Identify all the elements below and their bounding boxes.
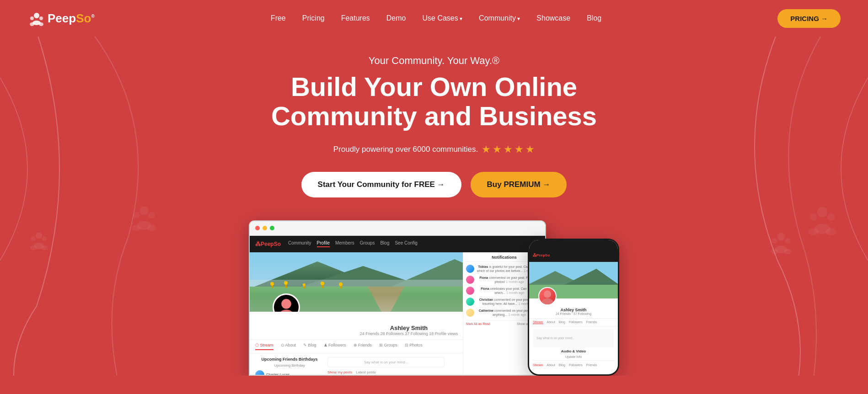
mobile-tab-about[interactable]: About — [547, 320, 555, 324]
nav-item-use-cases[interactable]: Use Cases — [423, 14, 463, 22]
mobile-nav-about[interactable]: About — [547, 363, 555, 367]
mobile-cover-image — [529, 262, 618, 298]
logo-icon — [27, 9, 46, 27]
app-nav-profile: Profile — [317, 240, 330, 247]
nav-item-features[interactable]: Features — [341, 14, 370, 22]
notif-avatar-2 — [466, 276, 474, 284]
nav-item-demo[interactable]: Demo — [386, 14, 406, 22]
svg-point-39 — [284, 281, 288, 285]
nav-item-blog[interactable]: Blog — [587, 14, 601, 22]
star-1: ★ — [482, 144, 491, 155]
svg-point-54 — [544, 290, 551, 298]
app-nav-members: Members — [335, 240, 354, 247]
svg-marker-46 — [368, 287, 404, 312]
nav-item-community[interactable]: Community — [479, 14, 520, 22]
mobile-post-box[interactable]: Say what is on your mind... — [533, 329, 614, 347]
pricing-cta-button[interactable]: PRICING → — [777, 9, 841, 28]
tab-photos[interactable]: ⊟ Photos — [405, 343, 423, 350]
tab-my-posts[interactable]: Show my posts — [327, 370, 352, 376]
mobile-logo: ⁂PeepSo — [533, 253, 550, 257]
svg-point-55 — [541, 298, 553, 305]
nav-free-link[interactable]: Free — [271, 14, 286, 22]
tab-followers[interactable]: ♟ Followers — [324, 343, 346, 350]
app-nav-links: Community Profile Members Groups Blog Se… — [288, 240, 418, 247]
minimize-dot — [263, 226, 267, 230]
svg-point-37 — [270, 282, 274, 286]
star-4: ★ — [514, 144, 524, 155]
notif-avatar-1 — [466, 265, 474, 273]
app-nav-blog: Blog — [380, 240, 389, 247]
birthdays-title: Upcoming Friends Birthdays — [255, 357, 324, 362]
mobile-tab-blog[interactable]: Blog — [559, 320, 565, 324]
mobile-avatar-img — [539, 287, 556, 305]
mobile-profile-name: Ashley Smith — [533, 308, 614, 312]
svg-point-45 — [339, 282, 343, 286]
mockup-container: ⁂PeepSo Community Profile Members Groups… — [9, 220, 859, 376]
svg-point-41 — [303, 283, 305, 286]
nav-use-cases-link[interactable]: Use Cases — [423, 14, 463, 22]
stars-container: ★ ★ ★ ★ ★ — [482, 144, 535, 155]
tab-stream[interactable]: ⬡ Stream — [255, 343, 273, 350]
hero-buttons: Start Your Community for FREE → Buy PREM… — [9, 172, 859, 197]
avatar-image — [274, 293, 299, 312]
nav-pricing-link[interactable]: Pricing — [302, 14, 325, 22]
mobile-nav-stream[interactable]: Stream — [533, 363, 543, 367]
hero-section: Your Community. Your Way.® Build Your Ow… — [0, 37, 868, 376]
mobile-mockup: ⁂PeepSo — [528, 239, 619, 376]
logo[interactable]: PeepSo® — [27, 9, 95, 27]
svg-point-5 — [39, 22, 43, 26]
star-3: ★ — [504, 144, 513, 155]
nav-demo-link[interactable]: Demo — [386, 14, 406, 22]
mobile-bottom-nav: Stream About Blog Followers Friends — [533, 360, 614, 367]
mobile-content: Say what is on your mind... Audio & Vide… — [529, 326, 618, 369]
tab-groups[interactable]: ⊞ Groups — [379, 343, 397, 350]
notif-avatar-5 — [466, 309, 474, 317]
svg-point-48 — [281, 299, 291, 309]
hero-rating: Proudly powering over 6000 communities. … — [9, 144, 859, 155]
app-logo: ⁂PeepSo — [255, 241, 281, 247]
mobile-nav-blog2[interactable]: Blog — [559, 363, 565, 367]
tab-friends[interactable]: ⊕ Friends — [354, 343, 372, 350]
tab-latest-posts[interactable]: Latest posts — [356, 370, 375, 376]
hero-title: Build Your Own Online Community and Busi… — [228, 72, 640, 131]
svg-point-1 — [30, 16, 34, 20]
mobile-profile-stats: 24 Friends · 37 Following — [533, 312, 614, 315]
center-column: Say what is on your mind... Show my post… — [327, 357, 445, 376]
tab-about[interactable]: ⊙ About — [281, 343, 296, 350]
mobile-notch — [529, 240, 618, 249]
nav-item-pricing[interactable]: Pricing — [302, 14, 325, 22]
mark-all-read[interactable]: Mark All as Read — [466, 322, 490, 325]
nav-item-free[interactable]: Free — [271, 14, 286, 22]
mobile-nav-friends[interactable]: Friends — [586, 363, 597, 367]
nav-blog-link[interactable]: Blog — [587, 14, 601, 22]
left-column: Upcoming Friends Birthdays Upcoming Birt… — [255, 357, 324, 376]
profile-avatar — [273, 293, 300, 312]
start-free-button[interactable]: Start Your Community for FREE → — [301, 172, 461, 197]
browser-bar — [250, 221, 545, 236]
svg-point-0 — [34, 13, 39, 18]
mobile-tab-friends[interactable]: Friends — [586, 320, 597, 324]
maximize-dot — [270, 226, 274, 230]
star-5: ★ — [525, 144, 535, 155]
svg-point-43 — [321, 282, 324, 285]
mobile-app-nav: ⁂PeepSo — [529, 249, 618, 262]
nav-links: Free Pricing Features Demo Use Cases Com… — [271, 14, 601, 22]
buy-premium-button[interactable]: Buy PREMIUM → — [471, 172, 567, 197]
tab-blog[interactable]: ✎ Blog — [303, 343, 316, 350]
mobile-tab-stream[interactable]: Stream — [533, 320, 543, 324]
star-2: ★ — [493, 144, 502, 155]
mobile-avatar — [538, 287, 557, 305]
mobile-nav-followers[interactable]: Followers — [569, 363, 583, 367]
notif-avatar-3 — [466, 287, 474, 295]
desktop-mockup: ⁂PeepSo Community Profile Members Groups… — [249, 220, 546, 376]
nav-features-link[interactable]: Features — [341, 14, 370, 22]
notif-avatar-4 — [466, 298, 474, 306]
mobile-tab-followers[interactable]: Followers — [569, 320, 583, 324]
nav-community-link[interactable]: Community — [479, 14, 520, 22]
hero-content: Your Community. Your Way.® Build Your Ow… — [9, 55, 859, 376]
nav-showcase-link[interactable]: Showcase — [536, 14, 570, 22]
app-nav-community: Community — [288, 240, 311, 247]
person-avatar — [255, 370, 264, 376]
post-placeholder[interactable]: Say what is on your mind... — [327, 357, 445, 367]
nav-item-showcase[interactable]: Showcase — [536, 14, 570, 22]
